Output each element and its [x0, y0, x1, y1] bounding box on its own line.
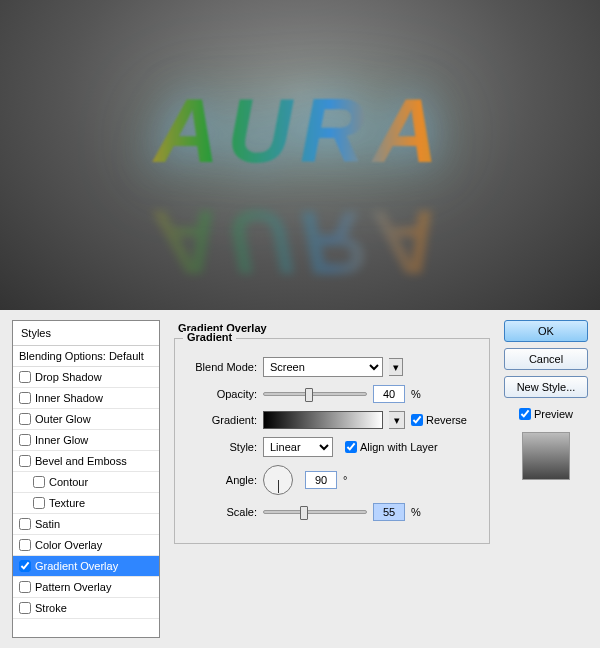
- gradient-swatch[interactable]: [263, 411, 383, 429]
- style-checkbox[interactable]: [19, 518, 31, 530]
- style-row-inner-glow[interactable]: Inner Glow: [13, 430, 159, 451]
- style-label: Color Overlay: [35, 539, 102, 551]
- style-row-gradient-overlay[interactable]: Gradient Overlay: [13, 556, 159, 577]
- ok-button[interactable]: OK: [504, 320, 588, 342]
- chevron-down-icon[interactable]: ▾: [389, 358, 403, 376]
- style-label: Inner Glow: [35, 434, 88, 446]
- style-checkbox[interactable]: [19, 539, 31, 551]
- style-preview-swatch: [522, 432, 570, 480]
- style-label: Texture: [49, 497, 85, 509]
- blending-options-row[interactable]: Blending Options: Default: [13, 346, 159, 367]
- aura-reflection: AURA: [0, 190, 600, 293]
- style-checkbox[interactable]: [33, 476, 45, 488]
- style-row-texture[interactable]: Texture: [13, 493, 159, 514]
- style-label: Bevel and Emboss: [35, 455, 127, 467]
- style-row-color-overlay[interactable]: Color Overlay: [13, 535, 159, 556]
- dialog-buttons: OK Cancel New Style... Preview: [504, 320, 588, 638]
- aura-text: AURA: [0, 80, 600, 183]
- scale-unit: %: [411, 506, 421, 518]
- fieldset-legend: Gradient: [183, 331, 236, 343]
- new-style-button[interactable]: New Style...: [504, 376, 588, 398]
- style-checkbox[interactable]: [19, 371, 31, 383]
- style-checkbox[interactable]: [33, 497, 45, 509]
- style-checkbox[interactable]: [19, 602, 31, 614]
- style-label: Drop Shadow: [35, 371, 102, 383]
- opacity-slider[interactable]: [263, 392, 367, 396]
- layer-style-dialog: Styles Blending Options: Default Drop Sh…: [0, 310, 600, 648]
- angle-input[interactable]: [305, 471, 337, 489]
- style-checkbox[interactable]: [19, 455, 31, 467]
- style-row-stroke[interactable]: Stroke: [13, 598, 159, 619]
- scale-input[interactable]: [373, 503, 405, 521]
- style-label: Satin: [35, 518, 60, 530]
- blend-mode-label: Blend Mode:: [185, 361, 257, 373]
- style-checkbox[interactable]: [19, 413, 31, 425]
- style-checkbox[interactable]: [19, 560, 31, 572]
- gradient-label: Gradient:: [185, 414, 257, 426]
- style-label: Stroke: [35, 602, 67, 614]
- style-row-satin[interactable]: Satin: [13, 514, 159, 535]
- style-row-inner-shadow[interactable]: Inner Shadow: [13, 388, 159, 409]
- style-row-contour[interactable]: Contour: [13, 472, 159, 493]
- gradient-overlay-panel: Gradient Overlay Gradient Blend Mode: Sc…: [170, 320, 494, 638]
- style-row-bevel-and-emboss[interactable]: Bevel and Emboss: [13, 451, 159, 472]
- style-label: Pattern Overlay: [35, 581, 111, 593]
- angle-dial[interactable]: [263, 465, 293, 495]
- styles-list-panel: Styles Blending Options: Default Drop Sh…: [12, 320, 160, 638]
- align-with-layer-checkbox[interactable]: Align with Layer: [345, 441, 438, 453]
- style-label: Outer Glow: [35, 413, 91, 425]
- blend-mode-select[interactable]: Screen: [263, 357, 383, 377]
- style-checkbox[interactable]: [19, 392, 31, 404]
- reverse-checkbox[interactable]: Reverse: [411, 414, 467, 426]
- preview-checkbox[interactable]: Preview: [504, 408, 588, 420]
- style-checkbox[interactable]: [19, 434, 31, 446]
- scale-label: Scale:: [185, 506, 257, 518]
- opacity-label: Opacity:: [185, 388, 257, 400]
- style-checkbox[interactable]: [19, 581, 31, 593]
- opacity-unit: %: [411, 388, 421, 400]
- style-label: Style:: [185, 441, 257, 453]
- gradient-picker-arrow[interactable]: ▾: [389, 411, 405, 429]
- opacity-input[interactable]: [373, 385, 405, 403]
- style-select[interactable]: Linear: [263, 437, 333, 457]
- style-row-pattern-overlay[interactable]: Pattern Overlay: [13, 577, 159, 598]
- styles-list-header[interactable]: Styles: [13, 321, 159, 346]
- angle-label: Angle:: [185, 474, 257, 486]
- cancel-button[interactable]: Cancel: [504, 348, 588, 370]
- style-label: Contour: [49, 476, 88, 488]
- style-label: Gradient Overlay: [35, 560, 118, 572]
- angle-unit: °: [343, 474, 347, 486]
- scale-slider[interactable]: [263, 510, 367, 514]
- artwork-preview: AURA AURA: [0, 0, 600, 310]
- style-row-outer-glow[interactable]: Outer Glow: [13, 409, 159, 430]
- style-label: Inner Shadow: [35, 392, 103, 404]
- gradient-fieldset: Gradient Blend Mode: Screen ▾ Opacity: %…: [174, 338, 490, 544]
- style-row-drop-shadow[interactable]: Drop Shadow: [13, 367, 159, 388]
